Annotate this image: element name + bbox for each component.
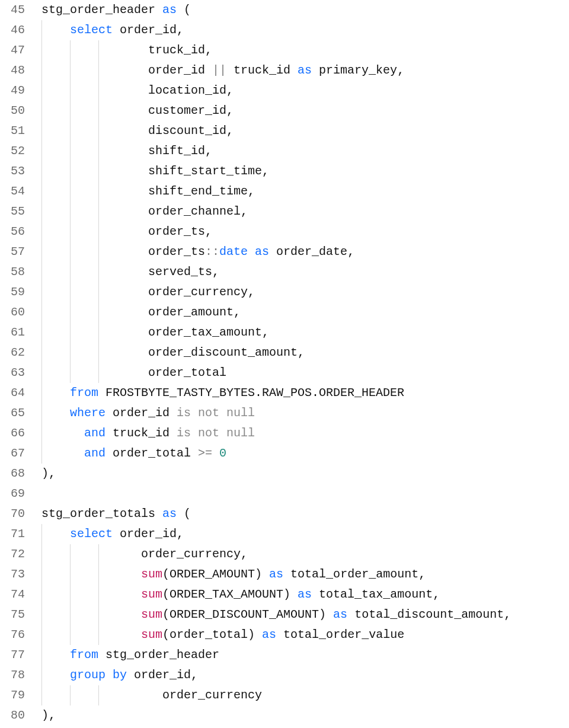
code-content[interactable]: select order_id,: [70, 524, 184, 544]
code-content[interactable]: sum(order_total) as total_order_value: [127, 625, 404, 645]
code-line[interactable]: 61 order_tax_amount,: [0, 323, 569, 343]
indent-guides: [31, 605, 127, 625]
code-content[interactable]: order_ts::date as order_date,: [127, 242, 354, 262]
code-line[interactable]: 71select order_id,: [0, 524, 569, 544]
token-num: 0: [219, 446, 226, 460]
line-number: 70: [0, 504, 31, 524]
code-content[interactable]: group by order_id,: [70, 665, 198, 685]
token-punc: (: [177, 3, 191, 17]
code-content[interactable]: and truck_id is not null: [70, 423, 255, 443]
code-line[interactable]: 47 truck_id,: [0, 40, 569, 60]
code-content[interactable]: from FROSTBYTE_TASTY_BYTES.RAW_POS.ORDER…: [70, 383, 404, 403]
code-line[interactable]: 49 location_id,: [0, 81, 569, 101]
code-line[interactable]: 53 shift_start_time,: [0, 161, 569, 181]
code-line[interactable]: 54 shift_end_time,: [0, 181, 569, 202]
code-content[interactable]: ),: [41, 705, 56, 726]
token-kw: as: [298, 587, 312, 601]
token-punc: ,: [191, 668, 198, 682]
code-line[interactable]: 64from FROSTBYTE_TASTY_BYTES.RAW_POS.ORD…: [0, 383, 569, 403]
code-line[interactable]: 70stg_order_totals as (: [0, 504, 569, 524]
code-line[interactable]: 79 order_currency: [0, 685, 569, 705]
code-line[interactable]: 63 order_total: [0, 363, 569, 383]
token-id: stg_order_totals: [41, 507, 162, 521]
token-kw: group by: [70, 668, 127, 682]
code-line[interactable]: 78group by order_id,: [0, 665, 569, 685]
token-punc: (: [162, 608, 170, 621]
token-punc: ,: [298, 346, 305, 359]
line-number: 53: [0, 161, 31, 181]
code-content[interactable]: and order_total >= 0: [70, 443, 226, 464]
code-content[interactable]: location_id,: [127, 81, 234, 101]
code-line[interactable]: 58 served_ts,: [0, 262, 569, 282]
code-content[interactable]: discount_id,: [127, 121, 234, 141]
token-id: discount_id: [127, 124, 226, 138]
code-content[interactable]: order_currency: [127, 685, 262, 705]
indent-guides: [31, 141, 127, 161]
line-number: 50: [0, 101, 31, 121]
code-content[interactable]: order_tax_amount,: [127, 323, 269, 343]
code-line[interactable]: 66 and truck_id is not null: [0, 423, 569, 443]
code-line[interactable]: 45stg_order_header as (: [0, 0, 569, 20]
code-content[interactable]: shift_end_time,: [127, 181, 255, 202]
code-editor[interactable]: 45stg_order_header as (46select order_id…: [0, 0, 569, 726]
code-line[interactable]: 62 order_discount_amount,: [0, 343, 569, 363]
token-id: shift_start_time: [127, 164, 262, 178]
code-content[interactable]: sum(ORDER_AMOUNT) as total_order_amount,: [127, 564, 426, 585]
line-number: 73: [0, 564, 31, 585]
token-punc: ,: [212, 265, 219, 279]
token-id: order_amount: [127, 305, 234, 319]
code-content[interactable]: served_ts,: [127, 262, 219, 282]
code-content[interactable]: shift_id,: [127, 141, 212, 161]
code-line[interactable]: 65where order_id is not null: [0, 403, 569, 423]
code-content[interactable]: stg_order_header as (: [41, 0, 191, 20]
code-content[interactable]: order_total: [127, 363, 226, 383]
code-content[interactable]: order_currency,: [127, 282, 255, 302]
code-line[interactable]: 46select order_id,: [0, 20, 569, 40]
code-content[interactable]: stg_order_totals as (: [41, 504, 191, 524]
code-content[interactable]: order_discount_amount,: [127, 343, 305, 363]
code-line[interactable]: 69: [0, 484, 569, 504]
code-line[interactable]: 56 order_ts,: [0, 222, 569, 242]
code-line[interactable]: 80),: [0, 705, 569, 726]
code-content[interactable]: customer_id,: [127, 101, 234, 121]
code-content[interactable]: shift_start_time,: [127, 161, 269, 181]
token-id: [127, 628, 141, 641]
code-line[interactable]: 57 order_ts::date as order_date,: [0, 242, 569, 262]
code-line[interactable]: 55 order_channel,: [0, 202, 569, 222]
code-line[interactable]: 77from stg_order_header: [0, 645, 569, 665]
code-content[interactable]: order_id || truck_id as primary_key,: [127, 60, 404, 81]
code-line[interactable]: 68),: [0, 464, 569, 484]
code-content[interactable]: ),: [41, 464, 56, 484]
code-content[interactable]: sum(ORDER_TAX_AMOUNT) as total_tax_amoun…: [127, 585, 440, 605]
code-content[interactable]: where order_id is not null: [70, 403, 255, 423]
code-content[interactable]: truck_id,: [127, 40, 212, 60]
code-content[interactable]: order_channel,: [127, 202, 248, 222]
token-punc: ,: [177, 23, 184, 37]
code-line[interactable]: 48 order_id || truck_id as primary_key,: [0, 60, 569, 81]
token-punc: ,: [248, 184, 255, 198]
code-line[interactable]: 72 order_currency,: [0, 544, 569, 564]
token-kw: select: [70, 23, 113, 37]
code-content[interactable]: order_amount,: [127, 302, 241, 323]
code-content[interactable]: from stg_order_header: [70, 645, 219, 665]
code-line[interactable]: 76 sum(order_total) as total_order_value: [0, 625, 569, 645]
indent-guides: [31, 423, 70, 443]
code-line[interactable]: 59 order_currency,: [0, 282, 569, 302]
code-line[interactable]: 73 sum(ORDER_AMOUNT) as total_order_amou…: [0, 564, 569, 585]
token-id: ORDER_TAX_AMOUNT: [170, 587, 283, 601]
code-line[interactable]: 74 sum(ORDER_TAX_AMOUNT) as total_tax_am…: [0, 585, 569, 605]
token-id: order_currency: [127, 285, 248, 299]
code-line[interactable]: 67 and order_total >= 0: [0, 443, 569, 464]
line-number: 46: [0, 20, 31, 40]
code-content[interactable]: sum(ORDER_DISCOUNT_AMOUNT) as total_disc…: [127, 605, 511, 625]
code-line[interactable]: 52 shift_id,: [0, 141, 569, 161]
indent-guides: [31, 544, 127, 564]
code-content[interactable]: order_ts,: [127, 222, 212, 242]
code-content[interactable]: select order_id,: [70, 20, 184, 40]
token-punc: (: [162, 628, 170, 641]
code-line[interactable]: 75 sum(ORDER_DISCOUNT_AMOUNT) as total_d…: [0, 605, 569, 625]
code-content[interactable]: order_currency,: [127, 544, 248, 564]
code-line[interactable]: 50 customer_id,: [0, 101, 569, 121]
code-line[interactable]: 60 order_amount,: [0, 302, 569, 323]
code-line[interactable]: 51 discount_id,: [0, 121, 569, 141]
